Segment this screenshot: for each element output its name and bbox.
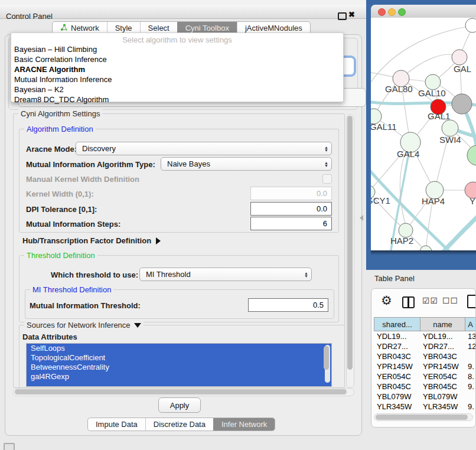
table-cell: 8.: [465, 371, 475, 381]
edge[interactable]: [428, 206, 476, 250]
manual-kernel-checkbox[interactable]: [322, 174, 332, 184]
aracne-mode-label: Aracne Mode:: [26, 145, 77, 154]
settings-horizontal-scrollbar[interactable]: [13, 388, 354, 396]
network-window-titlebar: [371, 5, 476, 18]
algorithm-option[interactable]: ARACNE Algorithm: [11, 64, 343, 74]
tab-discretize-data[interactable]: Discretize Data: [145, 418, 213, 431]
mi-steps-label: Mutual Information Steps:: [26, 220, 120, 229]
node[interactable]: [452, 94, 472, 114]
document-icon[interactable]: [467, 295, 476, 308]
attribute-item[interactable]: gal4RGexp: [27, 372, 331, 381]
mi-type-label: Mutual Information Algorithm Type:: [26, 160, 155, 169]
control-panel-titlebar: Control Panel ✖: [0, 5, 366, 19]
table-row[interactable]: YBL079WYBL079W: [374, 392, 475, 402]
table-cell: YER054C: [374, 371, 420, 381]
table-cell: YBR045C: [420, 381, 465, 392]
algorithm-option[interactable]: Mutual Information Inference: [11, 74, 343, 84]
algorithm-option[interactable]: Bayesian – K2: [11, 84, 343, 94]
data-attributes-list[interactable]: SelfLoopsTopologicalCoefficientBetweenne…: [26, 343, 332, 387]
mi-type-combo[interactable]: Naive Bayes ▲▼: [161, 157, 332, 171]
tab-impute-data[interactable]: Impute Data: [88, 418, 145, 431]
deselect-all-columns-icon[interactable]: ☐☐: [442, 296, 458, 305]
aracne-mode-combo[interactable]: Discovery ▲▼: [76, 142, 332, 155]
table-cell: YLR345W: [374, 402, 420, 412]
table-cell: YBL079W: [374, 392, 420, 402]
expand-arrow-icon: [156, 237, 161, 244]
mi-threshold-field[interactable]: 0.5: [248, 298, 328, 312]
cyni-settings-group-title: Cyni Algorithm Settings: [18, 109, 102, 118]
node-gal[interactable]: [452, 50, 467, 65]
table-cell: YBR043C: [374, 351, 420, 361]
gear-icon[interactable]: ⚙: [381, 294, 392, 308]
table-cell: 9.: [465, 402, 475, 412]
algorithm-option-list: Bayesian – Hill ClimbingBasic Correlatio…: [11, 44, 343, 105]
control-panel: Control Panel ✖ gal-filtered sif default…: [0, 0, 366, 450]
network-window: GALGAL80GAL10GAL1SWI4GAL11GAL4GCY1HAP4YH…: [371, 5, 476, 255]
attribute-item[interactable]: TopologicalCoefficient: [27, 353, 331, 363]
kernel-width-field: 0.0: [250, 187, 332, 200]
dpi-tolerance-field[interactable]: 0.0: [250, 202, 332, 216]
table-horizontal-scrollbar[interactable]: [374, 413, 473, 421]
select-all-columns-icon[interactable]: ☑☑: [422, 296, 438, 305]
node-label: HAP4: [422, 196, 445, 206]
hub-definition-toggle[interactable]: Hub/Transcription Factor Definition: [22, 236, 161, 245]
cyni-bottom-tabs: Impute DataDiscretize DataInfer Network: [87, 418, 275, 431]
tab-infer-network[interactable]: Infer Network: [213, 418, 275, 431]
algorithm-dropdown-popup: Select algorithm to view settings Bayesi…: [11, 32, 344, 102]
table-row[interactable]: YIL052CYIL052C9: [374, 412, 475, 413]
close-icon[interactable]: ✖: [348, 10, 355, 19]
column-header-a[interactable]: A: [465, 318, 475, 331]
table-row[interactable]: YER054CYER054C8.: [374, 371, 475, 381]
float-window-icon[interactable]: [338, 12, 347, 20]
apply-button[interactable]: Apply: [158, 397, 201, 413]
node-label: GAL80: [385, 84, 413, 94]
table-cell: YDR27...: [420, 341, 465, 351]
table-row[interactable]: YDL19...YDL19...13: [374, 331, 475, 341]
node-label: HAP2: [390, 236, 413, 246]
column-header-name[interactable]: name: [420, 318, 465, 331]
window-minimize-icon[interactable]: [388, 8, 396, 16]
mi-steps-field[interactable]: 6: [250, 217, 332, 230]
node-table: shared...nameA YDL19...YDL19...13YDR27..…: [374, 317, 475, 413]
split-columns-icon[interactable]: [402, 296, 415, 308]
table-cell: YPR145W: [420, 361, 465, 371]
table-cell: YDR27...: [374, 341, 420, 351]
attribute-item[interactable]: BetweennessCentrality: [27, 363, 331, 372]
table-row[interactable]: YBR045CYBR045C9.: [374, 381, 475, 392]
table-row[interactable]: YPR145WYPR145W9.: [374, 361, 475, 371]
panel-divider-grip[interactable]: [360, 215, 363, 221]
algorithm-option[interactable]: Basic Correlation Inference: [11, 54, 343, 64]
node-swi4[interactable]: [442, 120, 458, 136]
table-row[interactable]: YDR27...YDR27...12: [374, 341, 475, 351]
tab-label: Infer Network: [221, 420, 267, 429]
node-label: GAL4: [397, 149, 419, 159]
list-scrollbar[interactable]: [325, 345, 330, 383]
algorithm-option[interactable]: Dream8 DC_TDC Algorithm: [11, 94, 343, 105]
window-zoom-icon[interactable]: [398, 8, 406, 16]
node[interactable]: [467, 145, 476, 165]
table-row[interactable]: YBR043CYBR043C: [374, 351, 475, 361]
column-header-shared[interactable]: shared...: [374, 318, 420, 331]
edge[interactable]: [371, 167, 476, 250]
threshold-definition-title: Threshold Definition: [24, 251, 97, 260]
attribute-item[interactable]: [27, 381, 331, 387]
tab-label: Network: [71, 24, 99, 32]
algorithm-option[interactable]: Bayesian – Hill Climbing: [11, 44, 343, 54]
attribute-item[interactable]: SelfLoops: [27, 344, 331, 353]
table-panel-card: ⚙ ☑☑ ☐☐ shared...nameA YDL19...YDL19...1…: [371, 288, 476, 428]
settings-vertical-scrollbar[interactable]: [346, 114, 354, 388]
collapsed-panel-icon[interactable]: [4, 443, 15, 450]
node-label: SWI4: [439, 135, 461, 145]
table-body: YDL19...YDL19...13YDR27...YDR27...12YBR0…: [374, 331, 475, 413]
network-canvas[interactable]: GALGAL80GAL10GAL1SWI4GAL11GAL4GCY1HAP4YH…: [371, 18, 476, 250]
which-threshold-combo[interactable]: MI Threshold ▲▼: [139, 268, 312, 281]
node[interactable]: [465, 18, 476, 32]
which-threshold-label: Which threshold to use:: [51, 270, 138, 279]
node-label: Y: [470, 196, 475, 206]
window-close-icon[interactable]: [378, 8, 386, 16]
table-cell: YBL079W: [420, 392, 465, 402]
table-cell: 9.: [465, 381, 475, 392]
sources-group-title[interactable]: Sources for Network Inference: [24, 321, 144, 330]
aracne-mode-value: Discovery: [82, 144, 116, 153]
table-row[interactable]: YLR345WYLR345W9.: [374, 402, 475, 412]
